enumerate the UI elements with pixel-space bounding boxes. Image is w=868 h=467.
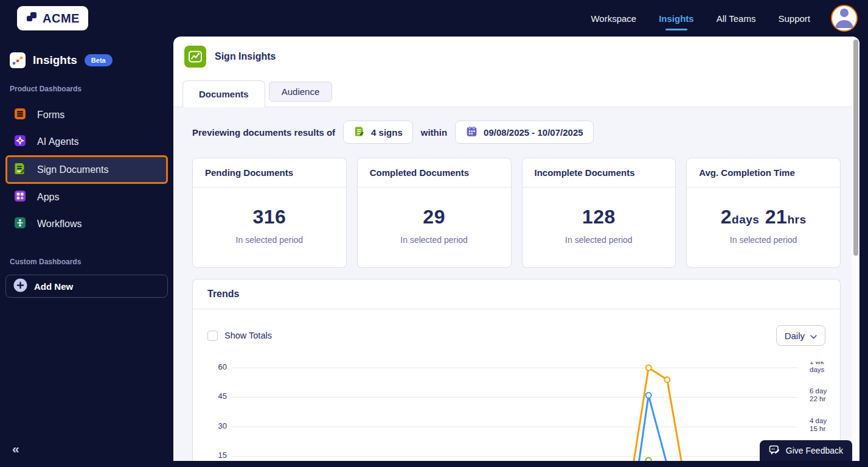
scrollbar-thumb[interactable] bbox=[853, 40, 858, 256]
within-label: within bbox=[421, 127, 447, 138]
page-header: Sign Insights bbox=[173, 37, 859, 68]
signs-filter-button[interactable]: 4 signs bbox=[343, 121, 413, 144]
scrollbar-track[interactable] bbox=[852, 37, 859, 461]
acme-logo[interactable]: ACME bbox=[17, 6, 88, 30]
plus-circle-icon bbox=[13, 278, 27, 294]
tabs: Documents Audience bbox=[173, 80, 859, 107]
trends-title: Trends bbox=[193, 279, 840, 309]
nav-item-workspace[interactable]: Workspace bbox=[591, 13, 636, 24]
sign-document-icon bbox=[353, 125, 366, 139]
nav-item-insights[interactable]: Insights bbox=[659, 13, 694, 24]
sidebar-item-label: AI Agents bbox=[37, 136, 79, 147]
tab-content: Previewing documents results of 4 signs … bbox=[173, 107, 859, 461]
stat-card-value: 316 bbox=[198, 206, 341, 228]
calendar-icon bbox=[465, 125, 478, 139]
sidebar-nav-list: Forms AI Agents Sign Documents Apps Work… bbox=[0, 102, 173, 237]
chart-plot-area[interactable] bbox=[232, 362, 806, 461]
ai-agents-icon bbox=[13, 133, 27, 150]
sidebar-item-sign-documents[interactable]: Sign Documents bbox=[5, 155, 168, 184]
sidebar-item-label: Workflows bbox=[37, 219, 82, 230]
granularity-value: Daily bbox=[785, 331, 805, 341]
section-label-product-dashboards: Product Dashboards bbox=[10, 85, 164, 93]
sidebar-app-insights[interactable]: Insights Beta bbox=[0, 52, 173, 68]
workflows-icon bbox=[13, 216, 27, 233]
sidebar-item-workflows[interactable]: Workflows bbox=[5, 211, 168, 237]
signs-filter-label: 4 signs bbox=[371, 127, 403, 138]
nav-item-all-teams[interactable]: All Teams bbox=[717, 13, 756, 24]
sidebar: Insights Beta Product Dashboards Forms A… bbox=[0, 37, 173, 467]
stat-card-avg-completion-time: Avg. Completion Time 2days 21hrs In sele… bbox=[686, 158, 841, 268]
person-icon bbox=[832, 5, 856, 30]
acme-logo-mark-icon bbox=[26, 10, 39, 26]
filter-text: Previewing documents results of bbox=[192, 127, 335, 138]
stat-card-subtitle: In selected period bbox=[692, 235, 835, 245]
y-tick-right: 4 day 15 hr bbox=[810, 417, 827, 433]
stat-card-pending: Pending Documents 316 In selected period bbox=[192, 158, 347, 268]
insights-app-icon bbox=[10, 52, 26, 68]
collapse-sidebar-button[interactable]: « bbox=[12, 441, 19, 456]
stat-card-title: Incomplete Documents bbox=[523, 158, 676, 188]
y-tick-right: 6 day 22 hr bbox=[810, 387, 827, 403]
sidebar-item-label: Apps bbox=[37, 192, 59, 203]
y-tick: 15 bbox=[218, 451, 227, 460]
top-bar: ACME Workspace Insights All Teams Suppor… bbox=[0, 0, 868, 37]
sign-insights-icon bbox=[184, 46, 206, 68]
y-tick: 60 bbox=[218, 362, 227, 371]
stat-card-subtitle: In selected period bbox=[198, 235, 341, 245]
stat-card-value: 29 bbox=[363, 206, 506, 228]
stat-card-subtitle: In selected period bbox=[363, 235, 506, 245]
section-label-custom-dashboards: Custom Dashboards bbox=[10, 258, 164, 266]
y-axis-left: 60 45 30 15 bbox=[207, 362, 232, 461]
granularity-select[interactable]: Daily bbox=[776, 325, 825, 346]
give-feedback-label: Give Feedback bbox=[786, 446, 843, 455]
tab-documents[interactable]: Documents bbox=[182, 80, 265, 107]
feedback-icon bbox=[769, 444, 780, 457]
stat-card-incomplete: Incomplete Documents 128 In selected per… bbox=[522, 158, 676, 268]
sidebar-item-label: Sign Documents bbox=[37, 164, 108, 175]
stat-card-title: Pending Documents bbox=[193, 158, 346, 188]
y-tick-right: 1 wk days bbox=[810, 362, 824, 374]
sidebar-item-label: Forms bbox=[37, 110, 64, 121]
stat-cards: Pending Documents 316 In selected period… bbox=[192, 158, 841, 268]
sidebar-item-ai-agents[interactable]: AI Agents bbox=[5, 128, 168, 155]
checkbox-icon[interactable] bbox=[207, 331, 218, 341]
give-feedback-button[interactable]: Give Feedback bbox=[760, 440, 852, 461]
sidebar-app-label: Insights bbox=[33, 54, 77, 67]
stat-card-title: Avg. Completion Time bbox=[687, 158, 840, 188]
date-range-button[interactable]: 09/08/2025 - 10/07/2025 bbox=[455, 121, 593, 144]
stat-card-completed: Completed Documents 29 In selected perio… bbox=[357, 158, 512, 268]
show-totals-checkbox[interactable]: Show Totals bbox=[207, 331, 272, 341]
stat-card-subtitle: In selected period bbox=[527, 235, 671, 245]
trends-chart: 60 45 30 15 1 wk days 6 day 22 hr 4 day … bbox=[207, 362, 834, 461]
top-navigation: Workspace Insights All Teams Support bbox=[591, 13, 810, 24]
trends-card: Trends Show Totals Daily bbox=[192, 279, 841, 461]
stat-card-value: 128 bbox=[527, 206, 671, 228]
y-tick: 30 bbox=[218, 421, 227, 430]
stat-card-title: Completed Documents bbox=[358, 158, 511, 188]
add-new-button[interactable]: Add New bbox=[5, 275, 168, 298]
sign-documents-icon bbox=[13, 161, 27, 178]
page-title: Sign Insights bbox=[215, 51, 276, 62]
apps-icon bbox=[13, 189, 27, 206]
nav-item-support[interactable]: Support bbox=[778, 13, 810, 24]
trends-chart-svg bbox=[232, 362, 798, 461]
chevron-down-icon bbox=[810, 331, 817, 341]
beta-badge: Beta bbox=[85, 54, 113, 66]
date-range-label: 09/08/2025 - 10/07/2025 bbox=[484, 127, 583, 138]
forms-icon bbox=[13, 107, 27, 124]
add-new-label: Add New bbox=[34, 281, 73, 292]
show-totals-label: Show Totals bbox=[224, 331, 272, 340]
filter-row: Previewing documents results of 4 signs … bbox=[192, 121, 841, 144]
sidebar-item-forms[interactable]: Forms bbox=[5, 102, 168, 128]
user-avatar[interactable] bbox=[831, 5, 858, 32]
tab-audience[interactable]: Audience bbox=[269, 82, 333, 102]
main-panel: Sign Insights Documents Audience Preview… bbox=[173, 37, 859, 461]
y-tick: 45 bbox=[218, 392, 227, 401]
acme-logo-text: ACME bbox=[43, 12, 80, 26]
sidebar-item-apps[interactable]: Apps bbox=[5, 184, 168, 211]
stat-card-value: 2days 21hrs bbox=[692, 206, 835, 228]
